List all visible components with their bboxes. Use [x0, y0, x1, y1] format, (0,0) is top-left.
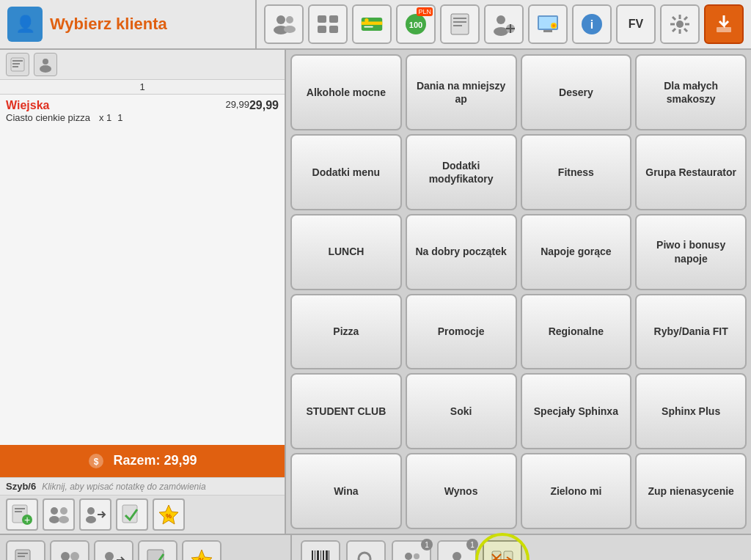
menu-btn-wina[interactable]: Wina [290, 453, 402, 529]
menu-btn-specjaly[interactable]: Specjały Sphinxa [521, 373, 632, 449]
order-items: Wiejska Ciasto cienkie pizza x 1 1 29,99… [0, 95, 285, 445]
menu-btn-napoje-gorace[interactable]: Napoje gorące [521, 214, 632, 290]
order-number: 1 [139, 81, 144, 92]
confirm-btn[interactable] [116, 498, 148, 531]
add-order-action-btn[interactable]: + [6, 540, 45, 560]
order-number-bar: 1 [0, 80, 285, 95]
svg-point-56 [59, 516, 69, 523]
split-btn[interactable] [43, 498, 75, 531]
order-icon[interactable] [6, 53, 29, 76]
transfer2-wrapper [483, 540, 522, 560]
menu-btn-dania[interactable]: Dania na mniejszy ap [406, 54, 517, 130]
svg-line-35 [673, 17, 675, 20]
transfer2-btn[interactable] [483, 540, 522, 560]
menu-btn-dla-malych[interactable]: Dla małych smakoszy [635, 54, 747, 130]
transfer-btn[interactable] [79, 498, 111, 531]
menu-btn-zielono[interactable]: Zielono mi [521, 453, 632, 529]
left-panel: 1 Wiejska Ciasto cienkie pizza x 1 1 29,… [0, 50, 286, 534]
szyb-label: Szyb/6 [6, 481, 36, 492]
bottom-action-bar-right: 123... 1 1 [295, 540, 745, 560]
razem-bar[interactable]: $ Razem: 29,99 [0, 445, 285, 477]
menu-btn-promocje[interactable]: Promocje [406, 294, 517, 370]
add-order-btn[interactable]: + [6, 498, 38, 531]
svg-rect-6 [318, 26, 326, 33]
szyb-bar: Szyb/6 Kliknij, aby wpisać notatkę do za… [0, 477, 285, 495]
svg-rect-50 [15, 511, 22, 512]
settings-btn[interactable] [660, 4, 700, 44]
search-action-btn[interactable] [346, 540, 386, 560]
export-btn[interactable] [704, 4, 744, 44]
svg-point-87 [405, 553, 412, 560]
svg-point-3 [284, 26, 296, 33]
guests-btn[interactable]: 1 [392, 540, 431, 560]
menu-btn-fitness[interactable]: Fitness [521, 134, 632, 210]
svg-rect-64 [18, 553, 28, 554]
svg-text:+: + [24, 514, 30, 526]
menu-btn-lunch[interactable]: LUNCH [290, 214, 402, 290]
menu-btn-sphinx-plus[interactable]: Sphinx Plus [635, 373, 747, 449]
menu-btn-wynos[interactable]: Wynos [406, 453, 517, 529]
menu-btn-alkohole[interactable]: Alkohole mocne [290, 54, 402, 130]
svg-rect-14 [451, 14, 469, 34]
svg-rect-63 [15, 550, 30, 560]
tables-btn[interactable] [308, 4, 348, 44]
svg-rect-5 [329, 15, 338, 23]
menu-btn-dodatki[interactable]: Dodatki menu [290, 134, 402, 210]
user-settings-btn[interactable] [484, 4, 524, 44]
main-area: 1 Wiejska Ciasto cienkie pizza x 1 1 29,… [0, 50, 751, 534]
customer-icon: 👤 [7, 7, 43, 42]
promo-action-btn[interactable]: % [182, 540, 221, 560]
menu-btn-grupa[interactable]: Grupa Restaurator [635, 134, 747, 210]
svg-rect-7 [329, 26, 338, 33]
order-toolbar [0, 50, 285, 80]
info-btn[interactable]: i [572, 4, 612, 44]
person-btn[interactable]: 1 [437, 540, 477, 560]
menu-btn-pizza[interactable]: Pizza [290, 294, 402, 370]
person-order-icon[interactable] [34, 53, 57, 76]
monitor-btn[interactable] [528, 4, 568, 44]
order-item-subprice: 29,99 [225, 99, 249, 110]
svg-rect-25 [543, 30, 552, 32]
discount-btn[interactable]: 100 PLN [396, 4, 436, 44]
svg-text:100: 100 [409, 21, 422, 29]
szyb-note[interactable]: Kliknij, aby wpisać notatkę do zamówieni… [42, 482, 205, 492]
order-item-sub: Ciasto cienkie pizza x 1 1 [6, 112, 122, 123]
promo-btn[interactable]: % [153, 498, 185, 531]
svg-point-58 [86, 516, 96, 523]
svg-rect-42 [12, 63, 20, 65]
svg-rect-39 [717, 27, 731, 32]
svg-rect-11 [364, 26, 373, 28]
svg-rect-15 [453, 18, 466, 19]
svg-line-37 [684, 17, 687, 20]
menu-btn-regionalne[interactable]: Regionalne [521, 294, 632, 370]
svg-line-36 [684, 29, 687, 32]
menu-btn-student-club[interactable]: STUDENT CLUB [290, 373, 402, 449]
svg-rect-79 [315, 550, 315, 560]
svg-point-55 [60, 507, 67, 515]
razem-label: Razem: 29,99 [113, 453, 197, 468]
menu-btn-desery[interactable]: Desery [521, 54, 632, 130]
svg-text:$: $ [94, 457, 99, 467]
card-btn[interactable] [352, 4, 392, 44]
menu-btn-soki[interactable]: Soki [406, 373, 517, 449]
svg-point-27 [552, 24, 555, 27]
menu-btn-ryby[interactable]: Ryby/Dania FIT [635, 294, 747, 370]
menu-btn-zup[interactable]: Zup nienasycenie [635, 453, 747, 529]
order-item-row[interactable]: Wiejska Ciasto cienkie pizza x 1 1 29,99… [6, 99, 279, 123]
fv-btn[interactable]: FV [616, 4, 656, 44]
svg-rect-41 [12, 60, 23, 62]
receipt-btn[interactable] [440, 4, 480, 44]
svg-rect-78 [312, 550, 313, 560]
bottom-actions: + [0, 495, 285, 534]
menu-btn-piwo[interactable]: Piwo i bonusy napoje [635, 214, 747, 290]
menu-btn-dobry-poczatek[interactable]: Na dobry początek [406, 214, 517, 290]
svg-rect-16 [453, 21, 466, 23]
menu-btn-modyfikatory[interactable]: Dodatki modyfikatory [406, 134, 517, 210]
confirm-action-btn[interactable] [138, 540, 177, 560]
customers-btn[interactable] [264, 4, 304, 44]
svg-rect-43 [12, 66, 18, 67]
barcode-btn[interactable]: 123... [301, 540, 340, 560]
split-action-btn[interactable] [50, 540, 89, 560]
svg-point-10 [364, 18, 368, 22]
transfer-action-btn[interactable] [94, 540, 133, 560]
